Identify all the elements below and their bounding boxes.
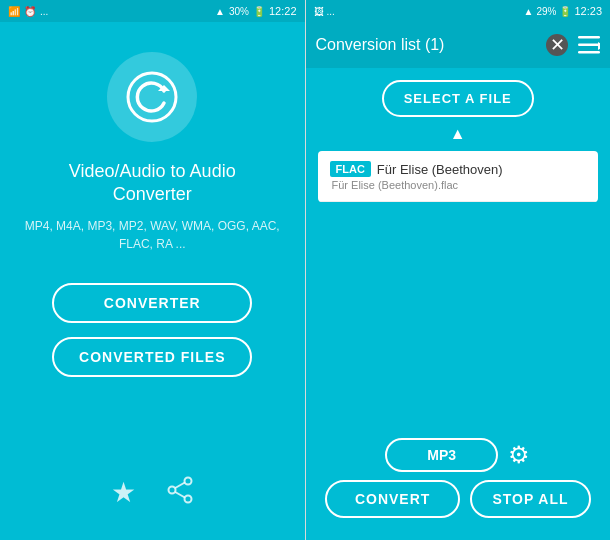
app-title: Video/Audio to Audio Converter bbox=[69, 160, 236, 207]
settings-icon[interactable]: ⚙ bbox=[508, 441, 530, 469]
format-row: MP3 ⚙ bbox=[318, 438, 599, 472]
file-format-tag: FLAC bbox=[330, 161, 371, 177]
menu-lines-icon bbox=[578, 36, 600, 54]
star-icon[interactable]: ★ bbox=[111, 476, 136, 510]
status-bar-right: 🖼 ... ▲ 29% 🔋 12:23 bbox=[306, 0, 611, 22]
status-icons-right-left2: 🖼 ... bbox=[314, 6, 335, 17]
conversion-list-title: Conversion list (1) bbox=[316, 36, 445, 54]
battery-icon-left: 🔋 bbox=[253, 6, 265, 17]
menu-button[interactable] bbox=[578, 36, 600, 54]
refresh-icon bbox=[126, 71, 178, 123]
svg-marker-10 bbox=[598, 42, 600, 50]
wifi-icon-right: ▲ bbox=[524, 6, 534, 17]
action-row: CONVERT STOP ALL bbox=[318, 480, 599, 518]
battery-percent-right: 29% bbox=[536, 6, 556, 17]
battery-text-left: 30% bbox=[229, 6, 249, 17]
notification-icon-right: 🖼 bbox=[314, 6, 324, 17]
app-subtitle: MP4, M4A, MP3, MP2, WAV, WMA, OGG, AAC, … bbox=[20, 217, 285, 253]
wifi-icon: ▲ bbox=[215, 6, 225, 17]
svg-line-5 bbox=[175, 483, 185, 489]
time-left: 12:22 bbox=[269, 5, 297, 17]
battery-icon-right: 🔋 bbox=[559, 6, 571, 17]
svg-rect-9 bbox=[578, 51, 600, 54]
close-button[interactable]: ✕ bbox=[546, 34, 568, 56]
file-item-top: FLAC Für Elise (Beethoven) bbox=[330, 161, 587, 177]
app-icon bbox=[107, 52, 197, 142]
svg-rect-8 bbox=[578, 44, 600, 47]
status-bar-left: 📶 ⏰ ... ▲ 30% 🔋 12:22 bbox=[0, 0, 305, 22]
spacer bbox=[318, 210, 599, 438]
convert-button[interactable]: CONVERT bbox=[325, 480, 460, 518]
status-icons-right-left: ▲ 30% 🔋 12:22 bbox=[215, 5, 296, 17]
arrow-indicator: ▲ bbox=[318, 125, 599, 143]
file-path: Für Elise (Beethoven).flac bbox=[332, 179, 587, 191]
file-display-name: Für Elise (Beethoven) bbox=[377, 162, 503, 177]
right-main-content: SELECT A FILE ▲ FLAC Für Elise (Beethove… bbox=[306, 68, 611, 540]
status-dots: ... bbox=[40, 6, 48, 17]
status-dots-right: ... bbox=[327, 6, 335, 17]
svg-line-6 bbox=[175, 492, 185, 498]
svg-point-2 bbox=[184, 478, 191, 485]
status-icons-left: 📶 ⏰ ... bbox=[8, 6, 48, 17]
alarm-icon: ⏰ bbox=[24, 6, 36, 17]
svg-point-3 bbox=[184, 496, 191, 503]
left-main-content: Video/Audio to Audio Converter MP4, M4A,… bbox=[0, 22, 305, 540]
share-icon[interactable] bbox=[166, 476, 194, 510]
file-item[interactable]: FLAC Für Elise (Beethoven) Für Elise (Be… bbox=[318, 151, 599, 202]
select-file-button[interactable]: SELECT A FILE bbox=[382, 80, 534, 117]
bottom-controls: MP3 ⚙ CONVERT STOP ALL bbox=[318, 438, 599, 528]
top-bar-actions: ✕ bbox=[546, 34, 600, 56]
close-icon: ✕ bbox=[546, 34, 568, 56]
format-select-button[interactable]: MP3 bbox=[385, 438, 498, 472]
svg-point-4 bbox=[168, 487, 175, 494]
svg-rect-7 bbox=[578, 36, 600, 39]
time-right: 12:23 bbox=[574, 5, 602, 17]
svg-point-0 bbox=[128, 73, 176, 121]
notification-icon: 📶 bbox=[8, 6, 20, 17]
status-icons-right-right: ▲ 29% 🔋 12:23 bbox=[524, 5, 602, 17]
top-bar: Conversion list (1) ✕ bbox=[306, 22, 611, 68]
right-panel: 🖼 ... ▲ 29% 🔋 12:23 Conversion list (1) … bbox=[306, 0, 611, 540]
file-list: FLAC Für Elise (Beethoven) Für Elise (Be… bbox=[318, 151, 599, 202]
stop-all-button[interactable]: STOP ALL bbox=[470, 480, 590, 518]
converter-button[interactable]: CONVERTER bbox=[52, 283, 252, 323]
converted-files-button[interactable]: CONVERTED FILES bbox=[52, 337, 252, 377]
left-panel: 📶 ⏰ ... ▲ 30% 🔋 12:22 Video/Audio to Aud… bbox=[0, 0, 305, 540]
bottom-action-icons: ★ bbox=[111, 476, 194, 510]
